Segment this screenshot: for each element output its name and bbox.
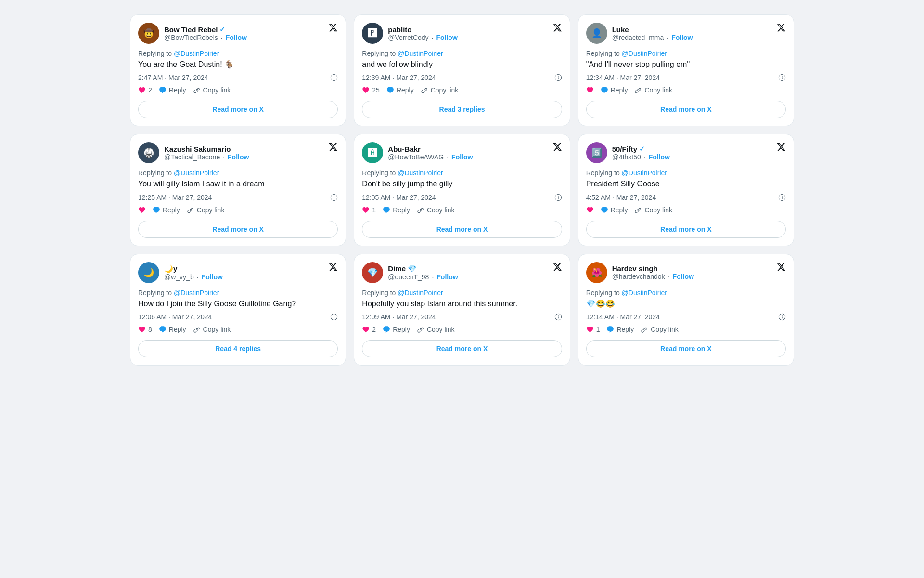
reply-button[interactable]: Reply [601, 86, 628, 94]
replying-to-user[interactable]: @DustinPoirier [174, 50, 219, 57]
read-more-button[interactable]: Read more on X [586, 340, 786, 357]
x-logo-icon[interactable] [328, 23, 338, 32]
x-logo-icon[interactable] [552, 142, 562, 152]
timestamp: 12:14 AM · Mar 27, 2024 [586, 313, 660, 321]
reply-button[interactable]: Reply [606, 326, 634, 333]
read-more-button[interactable]: Read 3 replies [362, 101, 562, 118]
heart-icon [586, 86, 594, 94]
reply-button[interactable]: Reply [159, 326, 186, 333]
avatar: 👤 [586, 23, 607, 44]
copy-label: Copy link [431, 86, 459, 94]
copy-link-button[interactable]: Copy link [193, 86, 231, 94]
dot-separator: · [432, 34, 434, 41]
info-icon[interactable] [330, 74, 338, 81]
x-logo-icon[interactable] [328, 262, 338, 272]
like-button[interactable] [586, 86, 594, 94]
copy-link-button[interactable]: Copy link [421, 86, 459, 94]
info-icon[interactable] [330, 313, 338, 321]
like-button[interactable]: 2 [138, 86, 152, 94]
replying-to-user[interactable]: @DustinPoirier [174, 169, 219, 177]
copy-link-button[interactable]: Copy link [193, 326, 231, 333]
copy-link-button[interactable]: Copy link [187, 206, 225, 214]
like-button[interactable]: 1 [586, 326, 600, 333]
follow-link[interactable]: Follow [228, 153, 249, 161]
replying-to-user[interactable]: @DustinPoirier [622, 289, 667, 297]
like-button[interactable]: 1 [362, 206, 376, 214]
like-button[interactable]: 8 [138, 326, 152, 333]
actions-row: Reply Copy link [586, 206, 786, 214]
reply-button[interactable]: Reply [383, 206, 410, 214]
info-icon[interactable] [330, 194, 338, 201]
timestamp-row: 12:05 AM · Mar 27, 2024 [362, 194, 562, 201]
like-count: 1 [372, 206, 376, 214]
x-logo-icon[interactable] [776, 23, 786, 32]
x-logo-icon[interactable] [328, 142, 338, 152]
display-name: Abu-Bakr [388, 145, 473, 153]
replying-to-user[interactable]: @DustinPoirier [398, 169, 443, 177]
read-more-button[interactable]: Read more on X [138, 221, 338, 238]
replying-to-user[interactable]: @DustinPoirier [622, 169, 667, 177]
read-more-button[interactable]: Read more on X [362, 221, 562, 238]
copy-link-button[interactable]: Copy link [417, 326, 455, 333]
info-icon[interactable] [778, 313, 786, 321]
card-header: 🌙 🌙y @w_vy_b · Follow [138, 262, 338, 283]
follow-link[interactable]: Follow [649, 153, 670, 161]
follow-link[interactable]: Follow [436, 34, 457, 41]
read-more-button[interactable]: Read 4 replies [138, 340, 338, 357]
timestamp-row: 12:09 AM · Mar 27, 2024 [362, 313, 562, 321]
info-icon[interactable] [778, 194, 786, 201]
username-row: @queenT_98 · Follow [388, 273, 458, 281]
read-more-button[interactable]: Read more on X [586, 221, 786, 238]
timestamp-row: 12:39 AM · Mar 27, 2024 [362, 74, 562, 81]
replying-to-user[interactable]: @DustinPoirier [398, 50, 443, 57]
x-logo-icon[interactable] [776, 262, 786, 272]
reply-button[interactable]: Reply [601, 206, 628, 214]
follow-link[interactable]: Follow [202, 273, 223, 281]
follow-link[interactable]: Follow [226, 34, 247, 41]
heart-icon [586, 326, 594, 333]
copy-link-button[interactable]: Copy link [634, 86, 672, 94]
copy-link-icon [193, 326, 201, 333]
actions-row: 1 Reply Copy link [362, 206, 562, 214]
name-text: Luke [612, 26, 629, 34]
read-more-button[interactable]: Read more on X [586, 101, 786, 118]
copy-link-icon [187, 206, 194, 214]
verified-badge: ✓ [639, 145, 645, 153]
heart-icon [138, 326, 146, 333]
info-icon[interactable] [554, 313, 562, 321]
copy-link-button[interactable]: Copy link [641, 326, 679, 333]
replying-to-user[interactable]: @DustinPoirier [398, 289, 443, 297]
reply-button[interactable]: Reply [386, 86, 414, 94]
read-more-button[interactable]: Read more on X [362, 340, 562, 357]
follow-link[interactable]: Follow [436, 273, 458, 281]
actions-row: 8 Reply Copy link [138, 326, 338, 333]
follow-link[interactable]: Follow [671, 34, 693, 41]
like-button[interactable]: 25 [362, 86, 380, 94]
x-logo-icon[interactable] [552, 23, 562, 32]
reply-button[interactable]: Reply [153, 206, 180, 214]
replying-to-user[interactable]: @DustinPoirier [174, 289, 219, 297]
heart-icon [138, 206, 146, 214]
like-button[interactable] [586, 206, 594, 214]
username: @HowToBeAWAG [388, 153, 444, 161]
replying-to-user[interactable]: @DustinPoirier [622, 50, 667, 57]
copy-link-button[interactable]: Copy link [417, 206, 455, 214]
reply-button[interactable]: Reply [383, 326, 410, 333]
copy-label: Copy link [427, 326, 455, 333]
tweet-card: 🤠 Bow Tied Rebel ✓ @BowTiedRebels · Foll… [130, 14, 346, 126]
like-button[interactable] [138, 206, 146, 214]
x-logo-icon[interactable] [552, 262, 562, 272]
info-icon[interactable] [554, 74, 562, 81]
replying-to: Replying to @DustinPoirier [362, 289, 562, 297]
info-icon[interactable] [554, 194, 562, 201]
read-more-button[interactable]: Read more on X [138, 101, 338, 118]
tweet-content: 💎😂😂 [586, 299, 786, 309]
x-logo-icon[interactable] [776, 142, 786, 152]
like-button[interactable]: 2 [362, 326, 376, 333]
reply-button[interactable]: Reply [159, 86, 186, 94]
username: @hardevchandok [612, 273, 665, 280]
info-icon[interactable] [778, 74, 786, 81]
follow-link[interactable]: Follow [451, 153, 473, 161]
copy-link-button[interactable]: Copy link [634, 206, 672, 214]
follow-link[interactable]: Follow [673, 273, 694, 280]
